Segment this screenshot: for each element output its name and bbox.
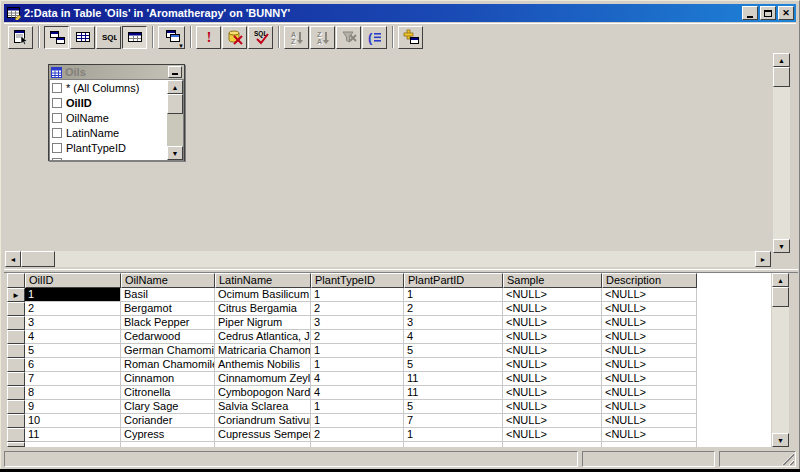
results-vertical-scrollbar[interactable]: ▲ ▼ [772, 273, 789, 447]
row-selector[interactable] [7, 386, 25, 400]
grid-cell[interactable]: <NULL> [602, 372, 697, 386]
grid-cell[interactable]: 4 [311, 372, 404, 386]
grid-cell[interactable]: 2 [404, 302, 503, 316]
scrollbar-thumb[interactable] [167, 94, 183, 114]
grid-cell[interactable]: <NULL> [503, 344, 602, 358]
scrollbar-thumb[interactable] [772, 287, 789, 307]
grid-cell[interactable]: 1 [25, 288, 121, 302]
grid-cell[interactable]: Cinnamon [121, 372, 215, 386]
grid-cell[interactable]: Clary Sage [121, 400, 215, 414]
row-selector[interactable] [7, 358, 25, 372]
row-selector[interactable]: ► [7, 288, 25, 302]
grid-cell[interactable] [602, 442, 697, 447]
show-grid-pane-button[interactable] [70, 26, 95, 49]
maximize-button[interactable] [760, 6, 776, 20]
grid-cell[interactable]: Citronella [121, 386, 215, 400]
column-header-oilname[interactable]: OilName [121, 273, 215, 288]
scrollbar-track[interactable] [772, 307, 789, 433]
grid-cell[interactable]: 1 [311, 400, 404, 414]
grid-cell[interactable]: 11 [404, 386, 503, 400]
column-header-sample[interactable]: Sample [503, 273, 602, 288]
scroll-down-button[interactable]: ▼ [772, 433, 789, 447]
grid-cell[interactable]: 5 [404, 400, 503, 414]
row-selector[interactable] [7, 442, 25, 447]
oils-table-minimize-button[interactable] [168, 66, 182, 78]
grid-cell[interactable]: 2 [25, 302, 121, 316]
grid-cell[interactable]: Cedarwood [121, 330, 215, 344]
grid-cell[interactable]: Anthemis Nobilis [215, 358, 311, 372]
field-checkbox[interactable] [52, 98, 62, 108]
grid-cell[interactable] [503, 442, 602, 447]
row-header-corner[interactable] [7, 273, 25, 288]
row-selector[interactable] [7, 330, 25, 344]
grid-cell[interactable]: 5 [404, 344, 503, 358]
grid-cell[interactable]: Cedrus Atlantica, J [215, 330, 311, 344]
grid-cell[interactable]: Coriander [121, 414, 215, 428]
grid-cell[interactable]: <NULL> [503, 414, 602, 428]
field-row[interactable]: OilID [50, 95, 167, 110]
grid-cell[interactable]: <NULL> [602, 288, 697, 302]
grid-cell[interactable]: 1 [311, 414, 404, 428]
grid-cell[interactable]: <NULL> [602, 330, 697, 344]
grid-cell[interactable]: 10 [25, 414, 121, 428]
oils-table-titlebar[interactable]: Oils [49, 65, 184, 80]
grid-cell[interactable] [404, 442, 503, 447]
grid-cell[interactable]: 1 [404, 428, 503, 442]
group-by-button[interactable]: ( [362, 26, 387, 49]
close-button[interactable]: ✕ [778, 6, 794, 20]
grid-cell[interactable]: 9 [25, 400, 121, 414]
grid-cell[interactable]: Ocimum Basilicum [215, 288, 311, 302]
grid-cell[interactable] [121, 442, 215, 447]
sort-ascending-button[interactable]: A Z A Z [284, 26, 309, 49]
field-list-scrollbar[interactable]: ▲ ▼ [167, 80, 183, 160]
field-checkbox[interactable] [52, 113, 62, 123]
field-checkbox[interactable] [52, 128, 62, 138]
remove-filter-button[interactable] [336, 26, 361, 49]
grid-cell[interactable]: <NULL> [602, 428, 697, 442]
grid-cell[interactable]: 1 [311, 344, 404, 358]
row-selector[interactable] [7, 414, 25, 428]
grid-cell[interactable]: Bergamot [121, 302, 215, 316]
scrollbar-thumb[interactable] [773, 67, 790, 87]
row-selector[interactable] [7, 372, 25, 386]
grid-cell[interactable]: <NULL> [503, 288, 602, 302]
grid-cell[interactable]: <NULL> [503, 302, 602, 316]
scroll-up-button[interactable]: ▲ [167, 80, 183, 94]
grid-cell[interactable]: <NULL> [602, 358, 697, 372]
grid-cell[interactable]: Cinnamomum Zeyla [215, 372, 311, 386]
field-checkbox[interactable] [52, 83, 62, 93]
diagram-horizontal-scrollbar[interactable]: ◄ ► [5, 251, 771, 267]
grid-cell[interactable]: <NULL> [503, 316, 602, 330]
column-header-latinname[interactable]: LatinName [215, 273, 311, 288]
grid-cell[interactable]: 1 [311, 288, 404, 302]
grid-cell[interactable]: German Chamomile [121, 344, 215, 358]
grid-cell[interactable]: <NULL> [602, 386, 697, 400]
show-results-pane-button[interactable] [122, 26, 147, 49]
grid-cell[interactable]: Salvia Sclarea [215, 400, 311, 414]
resize-grip[interactable] [782, 453, 794, 465]
show-sql-pane-button[interactable]: SQL [96, 26, 121, 49]
scroll-down-button[interactable]: ▼ [773, 239, 790, 253]
row-selector[interactable] [7, 344, 25, 358]
grid-cell[interactable]: <NULL> [503, 330, 602, 344]
grid-cell[interactable]: Matricaria Chamom [215, 344, 311, 358]
grid-cell[interactable]: Coriandrum Sativur [215, 414, 311, 428]
grid-cell[interactable]: 5 [404, 358, 503, 372]
grid-cell[interactable]: <NULL> [602, 344, 697, 358]
change-query-type-button[interactable]: ▼ [158, 26, 185, 49]
column-header-description[interactable]: Description [602, 273, 697, 288]
scrollbar-track[interactable] [55, 251, 755, 267]
grid-cell[interactable]: Black Pepper [121, 316, 215, 330]
add-table-button[interactable] [398, 26, 423, 49]
grid-cell[interactable]: 6 [25, 358, 121, 372]
grid-cell[interactable]: 8 [25, 386, 121, 400]
grid-cell[interactable]: Cypress [121, 428, 215, 442]
column-header-plantpartid[interactable]: PlantPartID [404, 273, 503, 288]
grid-cell[interactable]: 4 [25, 330, 121, 344]
run-button[interactable]: ! [196, 26, 221, 49]
field-checkbox[interactable] [52, 143, 62, 153]
field-row[interactable]: PlantTypeID [50, 140, 167, 155]
grid-cell[interactable]: <NULL> [503, 358, 602, 372]
diagram-vertical-scrollbar[interactable]: ▲ ▼ [773, 53, 790, 253]
scroll-right-button[interactable]: ► [755, 251, 771, 267]
